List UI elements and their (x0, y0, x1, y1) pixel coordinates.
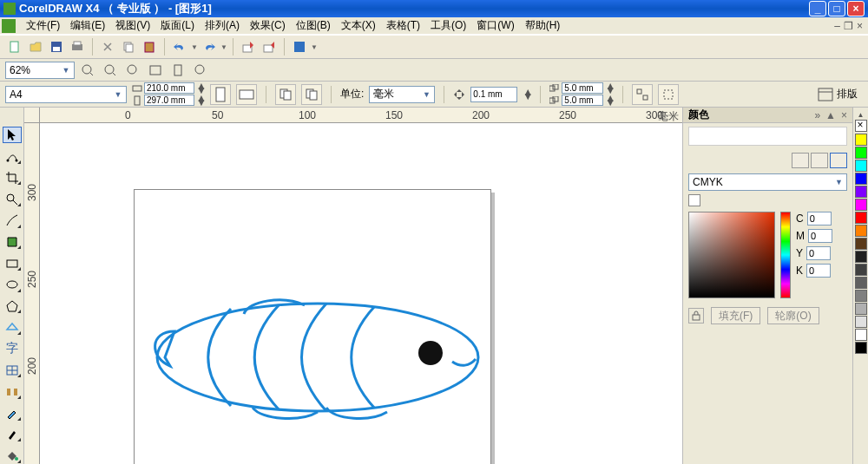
polygon-tool[interactable] (3, 298, 22, 315)
app-launcher-dropdown[interactable]: ▼ (311, 43, 318, 51)
zoom-combo[interactable]: 62% ▼ (5, 62, 75, 79)
docker-title-bar[interactable]: 颜色 » ▲ × (683, 108, 852, 123)
menu-arrange[interactable]: 排列(A) (200, 16, 245, 35)
palette-swatch[interactable] (855, 342, 867, 354)
palette-scroll-up[interactable]: ▲ (858, 111, 865, 119)
units-combo[interactable]: 毫米 ▼ (369, 86, 435, 103)
zoom-out-button[interactable] (101, 61, 120, 80)
palette-swatch[interactable] (855, 316, 867, 328)
mixers-tab[interactable] (830, 153, 847, 168)
fish-drawing[interactable] (144, 271, 491, 435)
page-size-combo[interactable]: A4 ▼ (5, 86, 127, 103)
palette-swatch[interactable] (855, 186, 867, 198)
c-input[interactable] (807, 212, 832, 225)
palettes-tab[interactable] (811, 153, 828, 168)
docker-close-icon[interactable]: × (841, 109, 847, 121)
m-input[interactable] (808, 229, 832, 243)
vertical-ruler[interactable]: 300 250 200 (24, 123, 40, 464)
palette-swatch[interactable] (855, 238, 867, 250)
docker-collapse-icon[interactable]: ▲ (825, 109, 836, 121)
color-model-combo[interactable]: CMYK ▼ (688, 173, 847, 191)
sliders-tab[interactable] (792, 153, 809, 168)
menu-edit[interactable]: 编辑(E) (65, 16, 110, 35)
shape-tool[interactable] (3, 148, 22, 165)
y-input[interactable] (806, 246, 831, 260)
fill-tool[interactable] (3, 448, 22, 464)
zoom-width-button[interactable] (191, 61, 210, 80)
all-pages-button[interactable] (275, 84, 296, 105)
cut-button[interactable] (98, 37, 117, 56)
pick-tool[interactable] (3, 127, 22, 143)
text-tool[interactable]: 字 (3, 341, 22, 357)
menu-tools[interactable]: 工具(O) (425, 16, 471, 35)
paste-button[interactable] (140, 37, 159, 56)
close-button[interactable]: × (847, 1, 865, 16)
dynamic-guides-button[interactable] (658, 84, 679, 105)
menu-effects[interactable]: 效果(C) (245, 16, 291, 35)
menu-view[interactable]: 视图(V) (110, 16, 155, 35)
menu-window[interactable]: 窗口(W) (471, 16, 519, 35)
zoom-in-button[interactable] (78, 61, 97, 80)
docker-expand-icon[interactable]: » (814, 109, 820, 121)
ruler-origin[interactable] (24, 108, 40, 123)
zoom-selection-button[interactable] (123, 61, 142, 80)
current-page-button[interactable] (301, 84, 322, 105)
freehand-tool[interactable] (3, 212, 22, 229)
open-button[interactable] (26, 37, 45, 56)
palette-swatch[interactable] (855, 303, 867, 315)
horizontal-ruler[interactable]: 0 50 100 150 200 250 300 毫米 (40, 108, 682, 123)
outline-tool[interactable] (3, 427, 22, 443)
nudge-spinner[interactable]: ▲▼ (523, 90, 531, 99)
height-spinner[interactable]: ▲▼ (196, 96, 205, 105)
menu-help[interactable]: 帮助(H) (520, 16, 566, 35)
basic-shapes-tool[interactable] (3, 319, 22, 336)
rectangle-tool[interactable] (3, 255, 22, 271)
canvas[interactable] (40, 123, 682, 464)
palette-swatch[interactable] (855, 173, 867, 185)
redo-dropdown[interactable]: ▼ (220, 43, 227, 51)
palette-swatch[interactable] (855, 199, 867, 211)
snap-options-button[interactable] (632, 84, 653, 105)
dup-x-spinner[interactable]: ▲▼ (605, 84, 614, 93)
outline-button[interactable]: 轮廓(O) (767, 307, 819, 324)
minimize-button[interactable]: _ (809, 1, 826, 16)
undo-button[interactable] (170, 37, 189, 56)
palette-swatch[interactable] (855, 329, 867, 341)
copy-button[interactable] (119, 37, 138, 56)
layout-label[interactable]: 排版 (837, 87, 858, 101)
zoom-all-button[interactable] (146, 61, 165, 80)
palette-swatch[interactable] (855, 212, 867, 224)
zoom-page-button[interactable] (168, 61, 187, 80)
redo-button[interactable] (200, 37, 219, 56)
page-height-input[interactable] (144, 95, 194, 106)
no-fill-swatch[interactable] (855, 120, 867, 132)
import-button[interactable] (239, 37, 258, 56)
palette-swatch[interactable] (855, 277, 867, 289)
dup-x-input[interactable] (562, 82, 603, 94)
palette-swatch[interactable] (855, 160, 867, 172)
nudge-input[interactable] (470, 87, 517, 102)
maximize-button[interactable]: □ (828, 1, 845, 16)
interactive-tool[interactable] (3, 383, 22, 400)
palette-swatch[interactable] (855, 251, 867, 263)
palette-swatch[interactable] (855, 225, 867, 237)
undo-dropdown[interactable]: ▼ (191, 43, 198, 51)
mdi-close-button[interactable]: × (857, 20, 863, 32)
k-input[interactable] (806, 264, 831, 278)
fill-button[interactable]: 填充(F) (711, 307, 760, 324)
app-launcher-button[interactable] (290, 37, 309, 56)
menu-text[interactable]: 文本(X) (336, 16, 381, 35)
portrait-button[interactable] (210, 84, 231, 105)
landscape-button[interactable] (236, 84, 257, 105)
lock-button[interactable] (688, 308, 704, 323)
palette-swatch[interactable] (855, 290, 867, 302)
dup-y-spinner[interactable]: ▲▼ (605, 96, 614, 105)
menu-layout[interactable]: 版面(L) (155, 16, 200, 35)
export-button[interactable] (260, 37, 279, 56)
dup-y-input[interactable] (562, 95, 603, 106)
smart-fill-tool[interactable] (3, 234, 22, 251)
menu-file[interactable]: 文件(F) (21, 16, 65, 35)
hue-slider[interactable] (780, 212, 791, 298)
width-spinner[interactable]: ▲▼ (196, 84, 205, 93)
table-tool[interactable] (3, 363, 22, 379)
